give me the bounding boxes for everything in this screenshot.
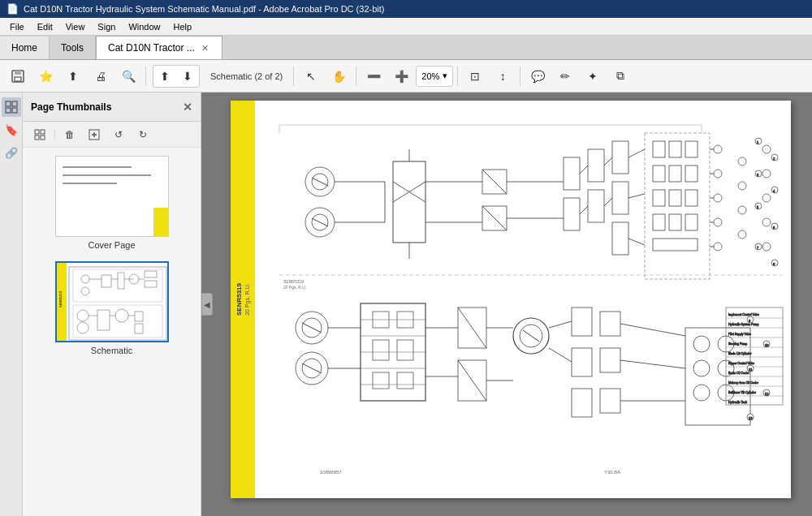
thumbnail-schematic[interactable]: SENR5319 xyxy=(55,261,169,355)
svg-rect-140 xyxy=(572,307,592,336)
svg-line-147 xyxy=(549,348,572,362)
svg-rect-124 xyxy=(397,340,413,360)
svg-text:10896857: 10896857 xyxy=(320,470,342,475)
extract-button[interactable]: ⧉ xyxy=(607,64,633,88)
svg-line-156 xyxy=(620,360,685,368)
svg-text:13: 13 xyxy=(749,416,753,420)
tab-tools-label: Tools xyxy=(61,42,84,54)
sidebar-bookmarks-icon[interactable]: 🔖 xyxy=(2,120,21,140)
menu-edit[interactable]: Edit xyxy=(31,20,59,33)
thumb-insert-button[interactable] xyxy=(84,125,105,144)
thumb-rotate-right-button[interactable]: ↻ xyxy=(132,125,153,144)
nav-group: ⬆ ⬇ xyxy=(153,65,200,88)
highlight-button[interactable]: ✦ xyxy=(580,64,606,88)
svg-text:Brake Oil Cooler: Brake Oil Cooler xyxy=(728,372,750,375)
zoom-in-button[interactable]: ➕ xyxy=(388,64,414,88)
svg-line-130 xyxy=(458,307,486,348)
fit-page-button[interactable]: ⊡ xyxy=(462,64,488,88)
svg-line-71 xyxy=(604,198,612,206)
svg-rect-123 xyxy=(373,340,389,360)
tab-doc[interactable]: Cat D10N Tractor ... ✕ xyxy=(96,36,222,59)
svg-rect-77 xyxy=(669,166,681,182)
svg-rect-144 xyxy=(600,348,620,372)
zoom-out-button[interactable]: ➖ xyxy=(361,64,387,88)
svg-rect-85 xyxy=(653,239,698,251)
svg-rect-1 xyxy=(15,71,21,75)
svg-rect-78 xyxy=(685,166,698,182)
svg-text:Bulldozer Tilt Cylinder: Bulldozer Tilt Cylinder xyxy=(728,391,757,394)
schematic-thumbnail-image: SENR5319 xyxy=(55,261,169,342)
print-button[interactable]: 🖨 xyxy=(88,64,114,88)
menu-sign[interactable]: Sign xyxy=(91,20,122,33)
svg-text:Hydraulic Tank: Hydraulic Tank xyxy=(728,401,747,404)
svg-point-98 xyxy=(762,145,771,153)
svg-text:10: 10 xyxy=(765,343,769,347)
schematic-thumbnail-label: Schematic xyxy=(91,346,132,355)
svg-text:Blade Lift Cylinder: Blade Lift Cylinder xyxy=(728,352,752,355)
thumbnails-panel: Page Thumbnails ✕ | 🗑 ↺ ↻ xyxy=(23,92,201,516)
svg-point-102 xyxy=(762,243,771,251)
svg-line-86 xyxy=(628,149,645,157)
svg-rect-64 xyxy=(588,190,604,222)
svg-line-70 xyxy=(604,157,612,166)
menu-window[interactable]: Window xyxy=(122,20,166,33)
save-button[interactable] xyxy=(5,64,31,88)
nav-down-button[interactable]: ⬇ xyxy=(176,66,199,87)
zoom-dropdown[interactable]: 20% ▾ xyxy=(416,66,453,87)
svg-rect-142 xyxy=(572,389,592,417)
svg-rect-48 xyxy=(393,161,425,243)
sep1 xyxy=(145,67,146,86)
svg-rect-63 xyxy=(588,149,604,182)
svg-point-94 xyxy=(738,157,746,166)
thumbnail-cover[interactable]: Cover Page xyxy=(55,156,169,250)
svg-rect-8 xyxy=(41,130,45,134)
bookmark-button[interactable]: ⭐ xyxy=(32,64,58,88)
nav-up-button[interactable]: ⬆ xyxy=(153,66,176,87)
menu-view[interactable]: View xyxy=(59,20,92,33)
search-button[interactable]: 🔍 xyxy=(115,64,141,88)
svg-rect-9 xyxy=(35,135,39,140)
svg-point-100 xyxy=(762,194,771,202)
panel-collapse-button[interactable]: ◀ xyxy=(201,293,213,316)
svg-text:Pilot Supply Valve: Pilot Supply Valve xyxy=(728,333,751,336)
svg-text:Steering Pump: Steering Pump xyxy=(728,342,747,346)
zoom-chevron-icon: ▾ xyxy=(443,71,447,81)
svg-text:Hydraulic System Pump: Hydraulic System Pump xyxy=(728,323,758,326)
tab-tools[interactable]: Tools xyxy=(50,37,96,59)
sidebar-links-icon[interactable]: 🔗 xyxy=(2,143,21,162)
svg-rect-73 xyxy=(653,141,665,157)
tab-close-button[interactable]: ✕ xyxy=(200,43,210,54)
comment-button[interactable]: 💬 xyxy=(525,64,551,88)
toolbar: ⭐ ⬆ 🖨 🔍 ⬆ ⬇ Schematic (2 of 2) ↖ ✋ ➖ ➕ 2… xyxy=(0,60,812,92)
title-bar: 📄 Cat D10N Tractor Hydraulic System Sche… xyxy=(0,0,812,18)
menu-file[interactable]: File xyxy=(3,20,31,33)
svg-line-68 xyxy=(580,166,588,174)
svg-rect-83 xyxy=(669,214,681,230)
svg-text:12: 12 xyxy=(765,392,769,396)
panel-close-button[interactable]: ✕ xyxy=(183,101,192,114)
svg-text:Y30.BA: Y30.BA xyxy=(604,470,620,475)
hand-tool-button[interactable]: ✋ xyxy=(326,64,352,88)
svg-rect-7 xyxy=(35,130,39,134)
svg-line-135 xyxy=(523,330,539,342)
sidebar-thumbnails-icon[interactable] xyxy=(2,97,21,117)
draw-button[interactable]: ✏ xyxy=(552,64,578,88)
menu-help[interactable]: Help xyxy=(167,20,199,33)
thumb-delete-button[interactable]: 🗑 xyxy=(59,125,80,144)
window-title: Cat D10N Tractor Hydraulic System Schema… xyxy=(24,4,384,14)
tab-home[interactable]: Home xyxy=(0,37,50,59)
svg-rect-141 xyxy=(572,348,592,376)
cover-thumbnail-label: Cover Page xyxy=(88,240,135,250)
svg-rect-81 xyxy=(685,190,698,206)
svg-rect-145 xyxy=(600,389,620,413)
svg-line-41 xyxy=(312,178,328,186)
svg-text:11: 11 xyxy=(749,368,753,372)
thumb-rotate-left-button[interactable]: ↺ xyxy=(108,125,129,144)
rotate-button[interactable]: ↕ xyxy=(490,64,516,88)
svg-text:Implement Control Valve: Implement Control Valve xyxy=(728,313,759,316)
thumb-grid-button[interactable] xyxy=(29,125,50,144)
share-button[interactable]: ⬆ xyxy=(60,64,86,88)
svg-line-44 xyxy=(312,218,328,226)
thumbnail-list: Cover Page SENR5319 xyxy=(23,148,201,516)
cursor-tool-button[interactable]: ↖ xyxy=(298,64,324,88)
